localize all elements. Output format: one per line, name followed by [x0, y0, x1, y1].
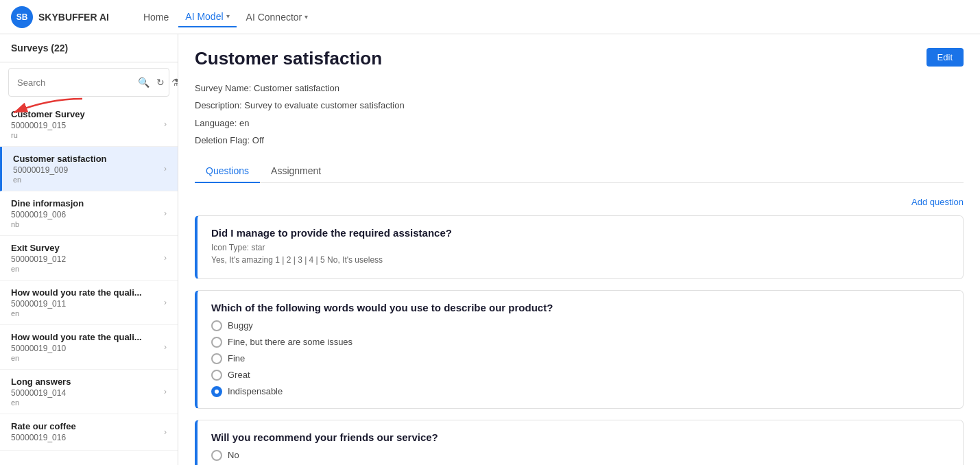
- search-actions: 🔍 ↻ ⚗ ＋: [136, 74, 178, 91]
- chevron-down-icon: ▾: [226, 12, 230, 20]
- nav-home[interactable]: Home: [136, 8, 176, 27]
- edit-button[interactable]: Edit: [927, 48, 964, 67]
- chevron-right-icon: ›: [164, 298, 167, 307]
- sidebar-search-bar[interactable]: 🔍 ↻ ⚗ ＋: [8, 68, 169, 97]
- sidebar-item-customer-satisfaction[interactable]: Customer satisfaction 50000019_009 en ›: [0, 147, 178, 191]
- radio-icon: [211, 450, 222, 461]
- chevron-down-icon: ▾: [304, 13, 308, 21]
- radio-icon: [211, 337, 222, 348]
- sidebar-item-rate-coffee[interactable]: Rate our coffee 50000019_016 ›: [0, 414, 178, 451]
- sidebar-list: Customer Survey 50000019_015 ru › Custom…: [0, 102, 178, 465]
- nav-bar: Home AI Model ▾ AI Connector ▾: [136, 7, 315, 27]
- content-header: Customer satisfaction Edit: [195, 48, 964, 69]
- chevron-right-icon: ›: [164, 119, 167, 129]
- meta-language: Language: en: [195, 115, 964, 131]
- sidebar-item-rate-quali-010[interactable]: How would you rate the quali... 50000019…: [0, 325, 178, 370]
- question-card-1: Did I manage to provide the required ass…: [195, 215, 964, 279]
- chevron-right-icon: ›: [164, 164, 167, 174]
- sidebar-item-exit-survey[interactable]: Exit Survey 50000019_012 en ›: [0, 236, 178, 281]
- chevron-right-icon: ›: [164, 342, 167, 352]
- meta-survey-name: Survey Name: Customer satisfaction: [195, 80, 964, 96]
- option-no: No: [211, 450, 949, 461]
- option-fine: Fine: [211, 353, 949, 364]
- sidebar-title: Surveys (22): [11, 43, 68, 53]
- radio-icon: [211, 320, 222, 331]
- chevron-right-icon: ›: [164, 387, 167, 396]
- content-area: Customer satisfaction Edit Survey Name: …: [178, 34, 980, 465]
- filter-icon-button[interactable]: ⚗: [170, 75, 178, 89]
- question-title-1: Did I manage to provide the required ass…: [211, 227, 949, 239]
- sidebar-item-customer-survey[interactable]: Customer Survey 50000019_015 ru ›: [0, 102, 178, 147]
- logo-icon: SB: [11, 6, 33, 28]
- topbar: SB SKYBUFFER AI Home AI Model ▾ AI Conne…: [0, 0, 980, 34]
- question-meta-options-1: Yes, It's amazing 1 | 2 | 3 | 4 | 5 No, …: [211, 255, 949, 265]
- main-layout: Surveys (22) 🔍 ↻ ⚗ ＋: [0, 34, 980, 465]
- radio-icon: [211, 370, 222, 381]
- nav-ai-connector[interactable]: AI Connector ▾: [239, 8, 315, 27]
- sidebar-item-long-answers[interactable]: Long answers 50000019_014 en ›: [0, 370, 178, 414]
- option-fine-issues: Fine, but there are some issues: [211, 337, 949, 348]
- radio-icon: [211, 353, 222, 364]
- add-question-link[interactable]: Add question: [911, 197, 964, 207]
- option-buggy: Buggy: [211, 320, 949, 331]
- chevron-right-icon: ›: [164, 427, 167, 437]
- question-card-2: Which of the following words would you u…: [195, 290, 964, 409]
- question-title-2: Which of the following words would you u…: [211, 302, 949, 313]
- question-meta-icon-1: Icon Type: star: [211, 243, 949, 252]
- tab-questions[interactable]: Questions: [195, 160, 260, 183]
- option-great: Great: [211, 370, 949, 381]
- question-card-3: Will you recommend your friends our serv…: [195, 420, 964, 465]
- sidebar-item-rate-quali-011[interactable]: How would you rate the quali... 50000019…: [0, 281, 178, 325]
- option-indispensable: Indispensable: [211, 386, 949, 397]
- search-icon-button[interactable]: 🔍: [136, 75, 151, 89]
- logo: SB SKYBUFFER AI: [11, 6, 109, 28]
- question-options-3: No Maybe: [211, 450, 949, 465]
- meta-info: Survey Name: Customer satisfaction Descr…: [195, 80, 964, 149]
- chevron-right-icon: ›: [164, 253, 167, 263]
- question-options-2: Buggy Fine, but there are some issues Fi…: [211, 320, 949, 397]
- page-title: Customer satisfaction: [195, 48, 382, 69]
- add-question-row: Add question: [195, 197, 964, 207]
- chevron-right-icon: ›: [164, 208, 167, 218]
- tab-assignment[interactable]: Assignment: [260, 160, 332, 183]
- radio-icon-selected: [211, 386, 222, 397]
- question-title-3: Will you recommend your friends our serv…: [211, 431, 949, 443]
- refresh-icon-button[interactable]: ↻: [155, 75, 166, 89]
- sidebar-item-dine-informasjon[interactable]: Dine informasjon 50000019_006 nb ›: [0, 191, 178, 236]
- tabs-bar: Questions Assignment: [195, 160, 964, 183]
- search-input[interactable]: [17, 78, 132, 88]
- meta-description: Description: Survey to evaluate customer…: [195, 97, 964, 113]
- sidebar: Surveys (22) 🔍 ↻ ⚗ ＋: [0, 34, 178, 465]
- app-name: SKYBUFFER AI: [38, 12, 109, 23]
- sidebar-header: Surveys (22): [0, 34, 178, 62]
- meta-deletion-flag: Deletion Flag: Off: [195, 132, 964, 148]
- nav-ai-model[interactable]: AI Model ▾: [178, 7, 236, 27]
